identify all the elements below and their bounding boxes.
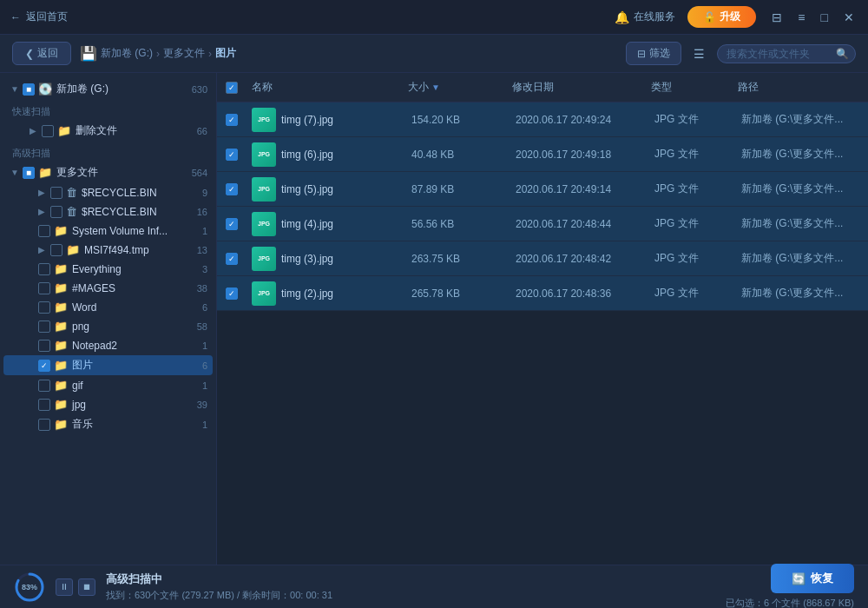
scan-info: 高级扫描中 找到：630个文件 (279.27 MB) / 剩余时间：00: 0…	[106, 572, 715, 602]
sidebar-item-everything[interactable]: 📁 Everything 3	[3, 260, 213, 278]
row-checkbox[interactable]: ✓	[226, 149, 238, 161]
pictures-checkbox[interactable]: ✓	[38, 360, 50, 372]
filter-icon: ⊟	[637, 48, 646, 60]
view-toggle-button[interactable]: ☰	[688, 45, 710, 63]
sidebar-item-mages[interactable]: 📁 #MAGES 38	[3, 279, 213, 297]
recycle2-icon: 🗑	[66, 205, 77, 218]
sidebar-item-recycle1[interactable]: ▶ 🗑 $RECYCLE.BIN 9	[3, 183, 213, 202]
nav-bar: ❮ 返回 💾 新加卷 (G:) › 更多文件 › 图片 ⊟ 筛选 ☰ 🔍	[0, 35, 868, 73]
recycle2-checkbox[interactable]	[50, 206, 62, 218]
col-header-name[interactable]: 名称	[252, 80, 408, 95]
sidebar-item-msi[interactable]: ▶ 📁 MSI7f494.tmp 13	[3, 241, 213, 259]
stop-button[interactable]: ⏹	[78, 578, 95, 596]
row-checkbox-cell: ✓	[226, 114, 252, 126]
search-icon[interactable]: 🔍	[836, 48, 849, 60]
sidebar-item-jpg[interactable]: 📁 jpg 39	[3, 395, 213, 413]
more-checkbox[interactable]: ■	[23, 167, 35, 179]
file-name: timg (3).jpg	[281, 253, 411, 265]
sidebar-item-music[interactable]: 📁 音乐 1	[3, 414, 213, 434]
everything-checkbox[interactable]	[38, 263, 50, 275]
restore-icon: 🔄	[792, 572, 806, 585]
music-checkbox[interactable]	[38, 419, 50, 431]
delete-checkbox[interactable]	[42, 125, 54, 137]
sidebar-item-delete[interactable]: ▶ 📁 删除文件 66	[3, 121, 213, 141]
sysvol-checkbox[interactable]	[38, 225, 50, 237]
table-row[interactable]: ✓ JPG timg (5).jpg 87.89 KB 2020.06.17 2…	[217, 172, 868, 207]
recycle1-arrow: ▶	[38, 188, 50, 197]
upgrade-button[interactable]: 🔓 升级	[687, 6, 756, 28]
col-header-date[interactable]: 修改日期	[512, 80, 651, 95]
sidebar-item-pictures[interactable]: ✓ 📁 图片 6	[3, 355, 213, 375]
gif-checkbox[interactable]	[38, 380, 50, 392]
msi-checkbox[interactable]	[50, 244, 62, 256]
breadcrumb: 💾 新加卷 (G:) › 更多文件 › 图片	[80, 45, 617, 62]
row-checkbox[interactable]: ✓	[226, 218, 238, 230]
progress-circle: 83%	[14, 572, 45, 603]
restore-button[interactable]: 🔄 恢复	[771, 564, 854, 593]
breadcrumb-current: 图片	[215, 46, 236, 61]
table-row[interactable]: ✓ JPG timg (2).jpg 265.78 KB 2020.06.17 …	[217, 276, 868, 311]
word-label: Word	[72, 301, 199, 314]
sidebar-item-notepad2[interactable]: 📁 Notepad2 1	[3, 336, 213, 354]
sidebar-item-gif[interactable]: 📁 gif 1	[3, 376, 213, 394]
col-header-type[interactable]: 类型	[651, 80, 738, 95]
nav-right-controls: ⊟ 筛选 ☰ 🔍	[626, 42, 856, 65]
close-button[interactable]: ✕	[840, 9, 858, 26]
file-name: timg (7).jpg	[281, 114, 411, 126]
select-all-checkbox[interactable]: ✓	[226, 82, 238, 94]
png-checkbox[interactable]	[38, 321, 50, 333]
drive-checkbox[interactable]: ■	[23, 83, 35, 96]
online-service[interactable]: 🔔 在线服务	[615, 10, 675, 24]
row-checkbox[interactable]: ✓	[226, 114, 238, 126]
sidebar-item-png[interactable]: 📁 png 58	[3, 317, 213, 335]
search-input[interactable]	[727, 48, 831, 60]
file-table-body: ✓ JPG timg (7).jpg 154.20 KB 2020.06.17 …	[217, 102, 868, 565]
bell-icon: 🔔	[615, 10, 629, 24]
maximize-button[interactable]: □	[818, 9, 832, 26]
row-checkbox[interactable]: ✓	[226, 287, 238, 300]
row-checkbox[interactable]: ✓	[226, 253, 238, 265]
row-checkbox[interactable]: ✓	[226, 183, 238, 195]
col-header-path[interactable]: 路径	[738, 80, 859, 95]
everything-label: Everything	[72, 263, 199, 275]
file-type-icon: JPG	[252, 281, 276, 306]
file-type-icon: JPG	[252, 108, 276, 132]
file-type: JPG 文件	[654, 216, 741, 231]
word-checkbox[interactable]	[38, 301, 50, 314]
table-row[interactable]: ✓ JPG timg (3).jpg 263.75 KB 2020.06.17 …	[217, 241, 868, 276]
sidebar-item-sysvolume[interactable]: 📁 System Volume Inf... 1	[3, 221, 213, 240]
png-count: 58	[197, 321, 207, 332]
delete-arrow: ▶	[30, 126, 42, 135]
sysvol-count: 1	[202, 226, 207, 236]
jpg-checkbox[interactable]	[38, 399, 50, 411]
word-icon: 📁	[54, 301, 68, 314]
search-box[interactable]: 🔍	[717, 44, 856, 63]
col-header-size[interactable]: 大小 ▼	[408, 80, 512, 95]
gif-label: gif	[72, 380, 199, 392]
sidebar-item-more-files[interactable]: ▼ ■ 📁 更多文件 564	[3, 162, 213, 182]
tile-button[interactable]: ≡	[794, 9, 808, 26]
more-label: 更多文件	[56, 165, 188, 180]
minimize-button[interactable]: ⊟	[768, 9, 786, 26]
breadcrumb-folder1[interactable]: 更多文件	[163, 46, 205, 61]
title-right: 🔔 在线服务 🔓 升级 ⊟ ≡ □ ✕	[615, 6, 858, 28]
file-date: 2020.06.17 20:48:42	[516, 253, 654, 265]
recycle2-arrow: ▶	[38, 207, 50, 216]
table-row[interactable]: ✓ JPG timg (7).jpg 154.20 KB 2020.06.17 …	[217, 102, 868, 137]
filter-button[interactable]: ⊟ 筛选	[626, 42, 681, 65]
back-home-btn[interactable]: ← 返回首页	[10, 10, 68, 24]
pause-button[interactable]: ⏸	[56, 578, 73, 596]
breadcrumb-drive[interactable]: 新加卷 (G:)	[101, 46, 153, 61]
mages-checkbox[interactable]	[38, 282, 50, 294]
table-row[interactable]: ✓ JPG timg (6).jpg 40.48 KB 2020.06.17 2…	[217, 137, 868, 172]
sidebar-item-drive[interactable]: ▼ ■ 💽 新加卷 (G:) 630	[3, 79, 213, 99]
table-row[interactable]: ✓ JPG timg (4).jpg 56.56 KB 2020.06.17 2…	[217, 207, 868, 241]
notepad2-checkbox[interactable]	[38, 340, 50, 352]
recycle1-checkbox[interactable]	[50, 187, 62, 199]
file-date: 2020.06.17 20:49:18	[516, 149, 654, 161]
back-home-icon: ←	[10, 11, 21, 23]
back-button[interactable]: ❮ 返回	[12, 42, 71, 65]
sidebar-item-word[interactable]: 📁 Word 6	[3, 298, 213, 316]
sidebar-item-recycle2[interactable]: ▶ 🗑 $RECYCLE.BIN 16	[3, 202, 213, 221]
jpg-label: jpg	[72, 399, 194, 411]
